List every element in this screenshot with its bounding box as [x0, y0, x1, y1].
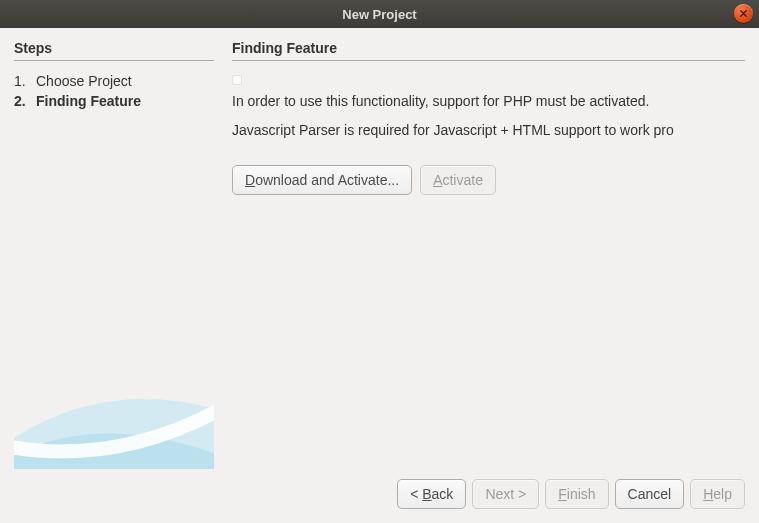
close-button[interactable] [734, 4, 753, 23]
panel-heading: Finding Feature [232, 40, 745, 60]
dialog-body: Steps Choose Project Finding Feature Fin… [0, 28, 759, 475]
wizard-button-bar: < Back Next > Finish Cancel Help [0, 475, 759, 523]
steps-sidebar: Steps Choose Project Finding Feature [14, 40, 214, 469]
js-parser-message: Javascript Parser is required for Javasc… [232, 120, 745, 141]
steps-list: Choose Project Finding Feature [14, 71, 214, 111]
action-button-row: Download and Activate... Activate [232, 165, 745, 195]
status-spot [232, 75, 242, 85]
divider [232, 60, 745, 61]
next-button: Next > [472, 479, 539, 509]
php-support-message: In order to use this functionality, supp… [232, 91, 745, 112]
activate-button: Activate [420, 165, 496, 195]
cancel-button[interactable]: Cancel [615, 479, 685, 509]
finish-button: Finish [545, 479, 608, 509]
window-title: New Project [342, 7, 416, 22]
message-area: In order to use this functionality, supp… [232, 71, 745, 141]
main-panel: Finding Feature In order to use this fun… [232, 40, 745, 469]
back-button[interactable]: < Back [397, 479, 466, 509]
close-icon [739, 9, 748, 18]
decorative-swoosh [14, 329, 214, 469]
divider [14, 60, 214, 61]
steps-heading: Steps [14, 40, 214, 60]
titlebar: New Project [0, 0, 759, 28]
help-button: Help [690, 479, 745, 509]
step-choose-project: Choose Project [14, 71, 214, 91]
download-activate-button[interactable]: Download and Activate... [232, 165, 412, 195]
step-finding-feature: Finding Feature [14, 91, 214, 111]
